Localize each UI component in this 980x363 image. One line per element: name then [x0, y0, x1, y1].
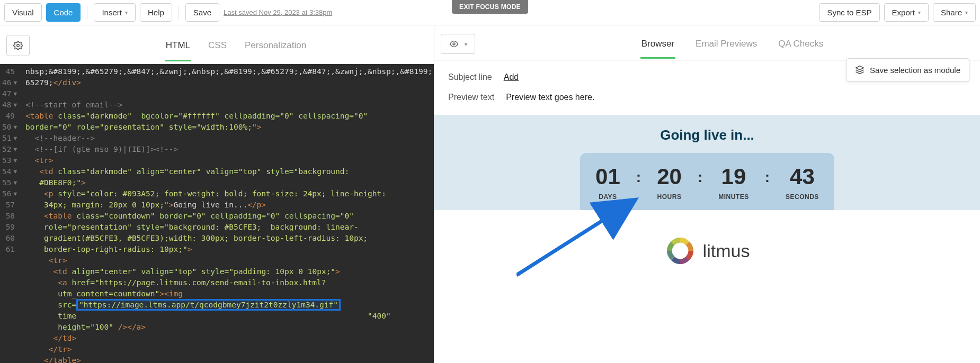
seconds-label: SECONDS — [786, 193, 819, 201]
code-tab-button[interactable]: Code — [46, 3, 81, 22]
editor-gutter: 4546▼47▼48▼4950▼51▼52▼53▼54▼55▼56▼575859… — [0, 64, 21, 363]
svg-point-2 — [453, 43, 455, 45]
code-tabs: HTML CSS Personalization — [44, 38, 427, 53]
tab-personalization[interactable]: Personalization — [244, 38, 307, 53]
preview-header: ▾ Browser Email Previews QA Checks — [434, 25, 980, 61]
email-render: Going live in... 01 DAYS : 20 HOURS : 19… — [434, 115, 980, 210]
share-button[interactable]: Share▾ — [933, 3, 976, 22]
minutes-label: MINUTES — [718, 193, 749, 201]
layers-icon — [855, 65, 865, 75]
tab-css[interactable]: CSS — [207, 38, 228, 53]
preview-tabs: Browser Email Previews QA Checks — [491, 37, 974, 51]
hours-value: 20 — [657, 166, 682, 188]
divider — [179, 6, 179, 20]
exit-focus-mode-button[interactable]: EXIT FOCUS MODE — [452, 0, 528, 14]
svg-point-0 — [17, 44, 20, 47]
days-value: 01 — [595, 166, 620, 188]
preview-text-label: Preview text — [448, 93, 494, 102]
countdown-sep: : — [765, 166, 770, 186]
countdown-sep: : — [698, 166, 702, 186]
tab-qa-checks[interactable]: QA Checks — [777, 37, 824, 51]
editor-code[interactable]: nbsp;&#8199;,&#65279;,&#847;,&zwnj;,&nbs… — [21, 64, 434, 363]
tab-email-previews[interactable]: Email Previews — [694, 37, 758, 51]
tab-browser[interactable]: Browser — [640, 37, 675, 51]
chevron-down-icon: ▾ — [465, 41, 467, 47]
eye-icon — [449, 40, 459, 48]
insert-button[interactable]: Insert▾ — [94, 3, 136, 22]
days-label: DAYS — [595, 193, 620, 201]
litmus-wordmark: litmus — [703, 241, 750, 261]
share-label: Share — [941, 8, 962, 17]
insert-label: Insert — [102, 8, 122, 17]
help-button[interactable]: Help — [140, 3, 172, 22]
hours-label: HOURS — [657, 193, 682, 201]
chevron-down-icon: ▾ — [965, 10, 968, 15]
export-button[interactable]: Export▾ — [884, 3, 929, 22]
countdown-timer: 01 DAYS : 20 HOURS : 19 MINUTES : — [580, 153, 834, 210]
litmus-ring-icon — [665, 235, 696, 266]
visual-tab-button[interactable]: Visual — [4, 3, 42, 22]
last-saved-text[interactable]: Last saved Nov 29, 2023 at 3:38pm — [224, 8, 332, 16]
preview-visibility-button[interactable]: ▾ — [441, 34, 475, 54]
preview-body: Subject line Add Preview text Preview te… — [434, 61, 980, 363]
subject-add-link[interactable]: Add — [504, 72, 519, 82]
minutes-value: 19 — [718, 166, 749, 188]
code-pane-header: HTML CSS Personalization — [0, 25, 434, 64]
countdown-hours: 20 HOURS — [657, 166, 682, 201]
export-label: Export — [892, 8, 915, 17]
tab-html[interactable]: HTML — [165, 38, 191, 53]
preview-text-value: Preview text goes here. — [506, 93, 594, 102]
save-selection-module-button[interactable]: Save selection as module — [846, 58, 969, 81]
countdown-days: 01 DAYS — [595, 166, 620, 201]
module-button-label: Save selection as module — [870, 66, 960, 75]
settings-button[interactable] — [6, 35, 30, 56]
code-editor[interactable]: 4546▼47▼48▼4950▼51▼52▼53▼54▼55▼56▼575859… — [0, 64, 434, 363]
sync-esp-button[interactable]: Sync to ESP — [819, 3, 879, 22]
chevron-down-icon: ▾ — [918, 10, 921, 15]
seconds-value: 43 — [786, 166, 819, 188]
countdown-sep: : — [636, 166, 641, 186]
email-heading: Going live in... — [434, 127, 980, 143]
save-button[interactable]: Save — [185, 3, 219, 22]
gear-icon — [13, 41, 23, 50]
topbar: Visual Code Insert▾ Help Save Last saved… — [0, 0, 980, 25]
countdown-minutes: 19 MINUTES — [718, 166, 749, 201]
litmus-logo: litmus — [665, 235, 750, 266]
divider — [87, 6, 87, 20]
main-split: HTML CSS Personalization Save selection … — [0, 25, 980, 363]
chevron-down-icon: ▾ — [125, 10, 128, 15]
code-pane: HTML CSS Personalization Save selection … — [0, 25, 434, 363]
svg-marker-1 — [856, 66, 864, 70]
email-footer: litmus — [434, 210, 980, 293]
preview-text-row: Preview text Preview text goes here. — [448, 87, 966, 107]
subject-label: Subject line — [448, 72, 492, 82]
countdown-seconds: 43 SECONDS — [786, 166, 819, 201]
